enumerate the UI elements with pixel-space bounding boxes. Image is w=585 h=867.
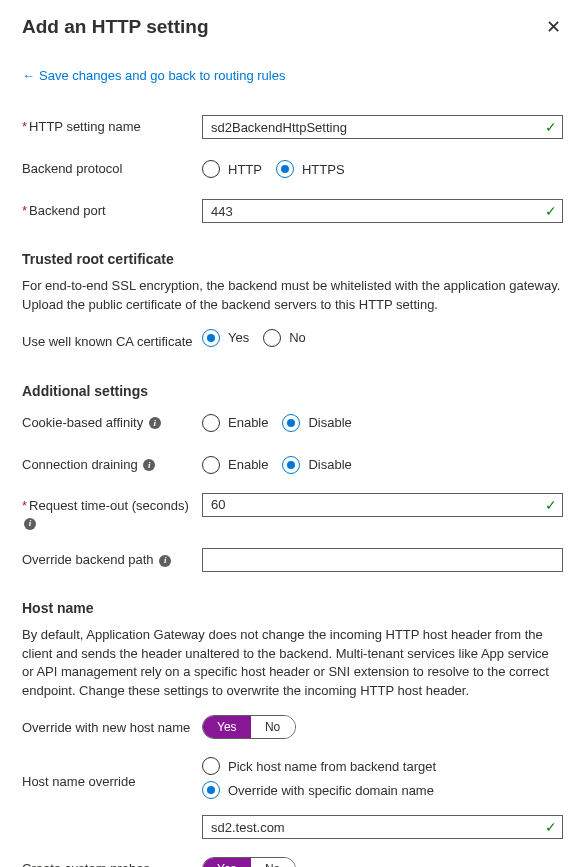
- radio-backend-protocol-https[interactable]: HTTPS: [276, 160, 345, 178]
- input-backend-port[interactable]: [202, 199, 563, 223]
- close-icon: ✕: [546, 17, 561, 37]
- desc-trusted-root: For end-to-end SSL encryption, the backe…: [22, 277, 563, 315]
- radio-ca-yes[interactable]: Yes: [202, 329, 249, 347]
- desc-host-name: By default, Application Gateway does not…: [22, 626, 563, 701]
- radio-drain-disable[interactable]: Disable: [282, 456, 351, 474]
- label-cookie-affinity: Cookie-based affinity i: [22, 414, 202, 432]
- radio-pick-from-backend[interactable]: Pick host name from backend target: [202, 757, 436, 775]
- label-connection-draining: Connection draining i: [22, 456, 202, 474]
- heading-additional-settings: Additional settings: [22, 383, 563, 399]
- close-button[interactable]: ✕: [544, 16, 563, 38]
- input-request-timeout[interactable]: [202, 493, 563, 517]
- info-icon[interactable]: i: [143, 459, 155, 471]
- toggle-create-custom-probes[interactable]: Yes No: [202, 857, 296, 867]
- back-link-label: Save changes and go back to routing rule…: [39, 68, 285, 83]
- label-backend-protocol: Backend protocol: [22, 160, 202, 178]
- radio-override-specific[interactable]: Override with specific domain name: [202, 781, 434, 799]
- radio-cookie-disable[interactable]: Disable: [282, 414, 351, 432]
- input-override-backend-path[interactable]: [202, 548, 563, 572]
- toggle-yes[interactable]: Yes: [203, 716, 251, 738]
- label-request-timeout: *Request time-out (seconds) i: [22, 493, 202, 532]
- panel-title: Add an HTTP setting: [22, 16, 208, 38]
- arrow-left-icon: ←: [22, 68, 35, 83]
- toggle-no[interactable]: No: [251, 716, 295, 738]
- heading-trusted-root: Trusted root certificate: [22, 251, 563, 267]
- radio-drain-enable[interactable]: Enable: [202, 456, 268, 474]
- label-host-name-override: Host name override: [22, 757, 202, 791]
- input-host-name[interactable]: [202, 815, 563, 839]
- radio-cookie-enable[interactable]: Enable: [202, 414, 268, 432]
- label-use-well-known-ca: Use well known CA certificate: [22, 329, 202, 351]
- info-icon[interactable]: i: [24, 518, 36, 530]
- label-http-setting-name: *HTTP setting name: [22, 118, 202, 136]
- toggle-yes[interactable]: Yes: [203, 858, 251, 867]
- toggle-no[interactable]: No: [251, 858, 295, 867]
- info-icon[interactable]: i: [159, 555, 171, 567]
- toggle-override-new-host[interactable]: Yes No: [202, 715, 296, 739]
- label-backend-port: *Backend port: [22, 202, 202, 220]
- input-http-setting-name[interactable]: [202, 115, 563, 139]
- back-link[interactable]: ← Save changes and go back to routing ru…: [22, 68, 285, 83]
- heading-host-name: Host name: [22, 600, 563, 616]
- label-override-new-host: Override with new host name: [22, 715, 202, 737]
- radio-ca-no[interactable]: No: [263, 329, 306, 347]
- info-icon[interactable]: i: [149, 417, 161, 429]
- label-override-backend-path: Override backend path i: [22, 551, 202, 569]
- radio-backend-protocol-http[interactable]: HTTP: [202, 160, 262, 178]
- label-create-custom-probes: Create custom probes: [22, 860, 202, 867]
